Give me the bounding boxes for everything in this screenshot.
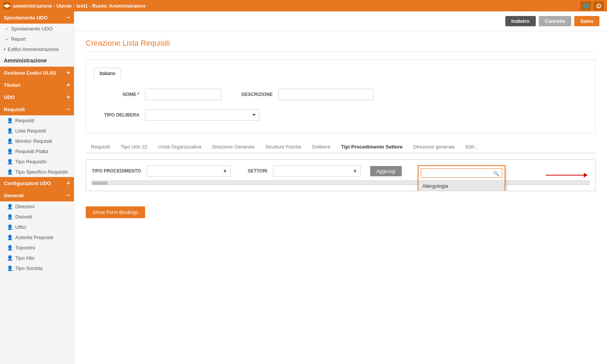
titolari-label: Titolari — [4, 82, 20, 88]
sidebar-item-toponimi[interactable]: 👤 Toponimi — [0, 243, 74, 253]
settori-label: SETTORI — [248, 168, 267, 174]
sidebar: Spostamento UDO − → Spostamento UDO → Re… — [0, 11, 74, 364]
tipo-specifico-label: Tipo Specifico Requisito — [15, 169, 68, 175]
page-content: Creazione Lista Requisiti Italiano NOME … — [74, 31, 607, 226]
user-distretti-icon: 👤 — [7, 214, 13, 220]
arrow-report-icon: → — [4, 36, 9, 42]
sidebar-udo-header[interactable]: UDO + — [0, 91, 74, 103]
tipo-delibera-select-container — [145, 109, 259, 121]
toponimi-label: Toponimi — [15, 245, 35, 251]
tipo-delibera-select[interactable] — [145, 109, 259, 121]
aggiungi-button[interactable]: Aggiungi — [370, 166, 402, 176]
sidebar-configurazioni-udo-header[interactable]: Configurazioni UDO + — [0, 177, 74, 189]
tab-delibere[interactable]: Delibere — [307, 141, 335, 153]
sidebar-spostamento-toggle[interactable]: − — [67, 14, 70, 21]
spostamento-udo-label: Spostamento UDO — [11, 26, 53, 32]
user-direzioni-icon: 👤 — [7, 204, 13, 209]
amministrazione-header: Amministrazione — [0, 54, 74, 67]
arrow-right-icon: → — [4, 26, 9, 32]
dropdown-option-allergologia[interactable]: Allergologia — [419, 180, 505, 191]
sidebar-item-edifici[interactable]: ▪ Edifici Amministrazione — [0, 44, 74, 54]
sidebar-item-tipo-specifico[interactable]: 👤 Tipo Specifico Requisito — [0, 167, 74, 177]
sidebar-item-tipo-atto[interactable]: 👤 Tipo Atto — [0, 253, 74, 263]
sidebar-item-liste-requisiti[interactable]: 👤 Liste Requisiti — [0, 126, 74, 136]
tab-bar: Requisiti Tipo Udo 22 Unità Organizzativ… — [86, 141, 596, 153]
tipo-procedimento-select[interactable] — [147, 165, 230, 177]
search-icon: 🔍 — [493, 170, 499, 176]
tipo-delibera-label: TIPO DELIBERA — [94, 112, 139, 118]
tipo-procedimento-select-container: ▼ — [147, 165, 230, 177]
show-form-bindings-button[interactable]: Show Form Bindings — [86, 206, 145, 218]
user-autorita-icon: 👤 — [7, 235, 13, 240]
sidebar-item-tipo-requisito[interactable]: 👤 Tipo Requisito — [0, 156, 74, 167]
tab-content-row: TIPO PROCEDIMENTO ▼ SETTORI — [92, 165, 589, 177]
tab-strutture-fisiche[interactable]: Strutture Fisiche — [260, 141, 307, 153]
generali-label: Generali — [4, 193, 24, 198]
sidebar-item-tipo-societa[interactable]: 👤 Tipo Societa — [0, 263, 74, 273]
tab-content-area: TIPO PROCEDIMENTO ▼ SETTORI — [86, 159, 596, 191]
indietro-button[interactable]: Indietro — [505, 16, 536, 26]
tab-tipi-procedimento-settore[interactable]: Tipi Procedimento Settore — [336, 141, 408, 153]
user-tipo-atto-icon: 👤 — [7, 255, 13, 261]
content-toolbar: Indietro Cancella Salva — [74, 11, 607, 31]
tab-edif[interactable]: Edif... — [460, 141, 483, 153]
user-monitor-icon: 👤 — [7, 138, 13, 144]
sidebar-item-requisiti[interactable]: 👤 Requisiti — [0, 115, 74, 126]
descrizione-input[interactable] — [278, 89, 374, 100]
sidebar-item-distretti[interactable]: 👤 Distretti — [0, 212, 74, 222]
udo-label: UDO — [4, 94, 15, 100]
scrollbar-thumb[interactable] — [92, 182, 107, 185]
sidebar-item-uffici[interactable]: 👤 Uffici — [0, 222, 74, 232]
report-label: Report — [11, 36, 26, 42]
tab-direzione-generale[interactable]: Direzione Generale — [207, 141, 260, 153]
arrow-head-icon — [584, 173, 588, 177]
arrow-line — [546, 175, 584, 176]
user-toponimi-icon: 👤 — [7, 245, 13, 251]
generali-toggle[interactable]: − — [67, 192, 70, 199]
globe-icon-button[interactable]: 🌐 — [580, 1, 591, 10]
requisiti-toggle[interactable]: − — [67, 106, 70, 113]
salva-button[interactable]: Salva — [574, 16, 599, 26]
nome-input[interactable] — [145, 89, 221, 100]
requisiti-label: Requisiti — [15, 118, 34, 123]
udo-toggle[interactable]: + — [67, 94, 70, 101]
requisiti-piatta-label: Requisiti Piatta — [15, 148, 48, 154]
sidebar-item-autorita[interactable]: 👤 Autorita Preposte — [0, 232, 74, 243]
tab-tipo-udo-22[interactable]: Tipo Udo 22 — [115, 141, 153, 153]
sidebar-requisiti-header[interactable]: Requisiti − — [0, 103, 74, 115]
sidebar-gestione-codici-header[interactable]: Gestione Codici ULSS + — [0, 67, 74, 79]
sidebar-item-monitor-requisiti[interactable]: 👤 Monitor Requisiti — [0, 136, 74, 146]
sidebar-titolari-header[interactable]: Titolari + — [0, 79, 74, 91]
power-icon-button[interactable]: ⏻ — [593, 1, 604, 10]
top-bar-right: 🌐 ⏻ — [580, 1, 604, 10]
distretti-label: Distretti — [15, 214, 32, 220]
gestione-codici-toggle[interactable]: + — [67, 69, 70, 76]
configurazioni-udo-toggle[interactable]: + — [67, 180, 70, 187]
form-row-tipo-delibera: TIPO DELIBERA — [94, 105, 588, 125]
titolari-toggle[interactable]: + — [67, 81, 70, 88]
sidebar-generali-header[interactable]: Generali − — [0, 189, 74, 201]
user-requisiti-icon: 👤 — [7, 118, 13, 123]
tab-direzione-generale-2[interactable]: Direzione generale — [408, 141, 460, 153]
configurazioni-udo-label: Configurazioni UDO — [4, 180, 51, 186]
user-specifico-icon: 👤 — [7, 169, 13, 175]
sidebar-item-report[interactable]: → Report — [0, 34, 74, 44]
descrizione-label: DESCRIZIONE — [227, 92, 273, 97]
collapse-icon[interactable]: ◀▶ — [3, 2, 11, 10]
sidebar-item-spostamento-udo[interactable]: → Spostamento UDO — [0, 24, 74, 34]
cancella-button[interactable]: Cancella — [539, 16, 571, 26]
tipo-societa-label: Tipo Societa — [15, 265, 43, 271]
italiano-tab[interactable]: Italiano — [94, 68, 121, 79]
main-layout: Spostamento UDO − → Spostamento UDO → Re… — [0, 11, 607, 364]
sidebar-spostamento-udo-header[interactable]: Spostamento UDO − — [0, 11, 74, 24]
top-bar-left: ◀▶ amministrazione - Utente : test1 - Ru… — [3, 2, 145, 10]
settori-select[interactable] — [273, 165, 361, 177]
lang-tab[interactable]: Italiano — [94, 67, 588, 78]
sidebar-item-requisiti-piatta[interactable]: 👤 Requisiti Piatta — [0, 146, 74, 156]
scroll-area[interactable] — [92, 180, 589, 185]
tab-requisiti[interactable]: Requisiti — [86, 141, 115, 153]
sidebar-item-direzioni[interactable]: 👤 Direzioni — [0, 201, 74, 212]
nome-label: NOME * — [94, 92, 139, 97]
dropdown-search-input[interactable] — [421, 168, 502, 178]
tab-unita-organizzativa[interactable]: Unità Organizzativa — [153, 141, 206, 153]
